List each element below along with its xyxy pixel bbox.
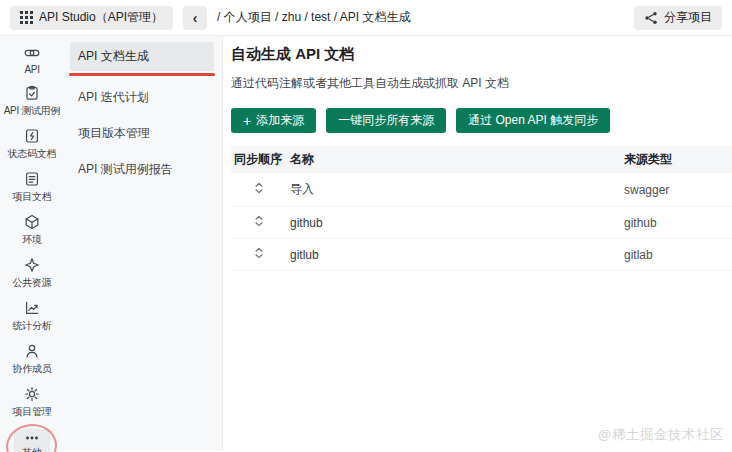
status-doc-icon	[24, 128, 40, 144]
plus-icon: +	[243, 114, 251, 128]
watermark: @稀土掘金技术社区	[598, 426, 724, 444]
sidebar-item-project-doc[interactable]: 项目文档	[1, 171, 63, 204]
sidebar-item-label: API	[24, 64, 39, 75]
sidebar-item-members[interactable]: 协作成员	[1, 343, 63, 376]
test-case-icon	[24, 85, 40, 101]
table-row: 导入 swagger	[231, 173, 732, 207]
members-icon	[24, 343, 40, 359]
source-name: github	[286, 207, 620, 239]
open-api-trigger-sync-button[interactable]: 通过 Open API 触发同步	[456, 108, 610, 133]
column-header-source-type: 来源类型	[620, 146, 732, 173]
table-row: github github	[231, 207, 732, 239]
sidebar-item-environment[interactable]: 环境	[1, 214, 63, 247]
sidebar-item-status-code-doc[interactable]: 状态码文档	[1, 128, 63, 161]
ellipsis-icon	[24, 433, 40, 443]
table-row: gitlub gitlab	[231, 239, 732, 271]
primary-sidebar: API API 测试用例 状态码文档	[0, 36, 64, 451]
sort-handle-icon[interactable]	[254, 247, 264, 259]
sidebar-item-project-management[interactable]: 项目管理	[1, 386, 63, 419]
source-type: github	[620, 207, 732, 239]
red-underline-annotation	[69, 73, 215, 76]
sidebar-item-label: 环境	[22, 233, 41, 247]
sidebar-item-statistics[interactable]: 统计分析	[1, 300, 63, 333]
sidebar-item-label: 统计分析	[13, 319, 52, 333]
share-label: 分享项目	[664, 9, 712, 26]
app-launcher-label: API Studio（API管理）	[39, 9, 163, 26]
sidebar-item-label: 公共资源	[13, 276, 52, 290]
source-type: gitlab	[620, 239, 732, 271]
secondary-sidebar: API 文档生成 API 迭代计划 项目版本管理 API 测试用例报告	[64, 36, 223, 451]
back-button[interactable]: ‹	[183, 6, 207, 30]
layout: API API 测试用例 状态码文档	[0, 36, 732, 451]
share-project-button[interactable]: 分享项目	[634, 6, 722, 30]
column-header-sync-order: 同步顺序	[231, 146, 286, 173]
source-name: gitlub	[286, 239, 620, 271]
grid-icon	[20, 11, 33, 24]
add-source-button[interactable]: + 添加来源	[231, 108, 316, 133]
sidebar-item-label: 项目管理	[13, 405, 52, 419]
table-header-row: 同步顺序 名称 来源类型	[231, 146, 732, 173]
sidebar-item-label: 状态码文档	[8, 147, 57, 161]
menu-item-api-iteration-plan[interactable]: API 迭代计划	[70, 83, 214, 112]
sidebar-item-label: 项目文档	[13, 190, 52, 204]
menu-item-api-doc-generation[interactable]: API 文档生成	[70, 42, 214, 71]
sidebar-item-api[interactable]: API	[1, 45, 63, 75]
app-launcher-button[interactable]: API Studio（API管理）	[10, 6, 173, 30]
breadcrumb[interactable]: / 个人项目 / zhu / test / API 文档生成	[217, 9, 410, 26]
sort-handle-icon[interactable]	[254, 182, 264, 194]
chevron-left-icon: ‹	[193, 10, 198, 26]
source-type: swagger	[620, 173, 732, 207]
menu-item-api-test-case-report[interactable]: API 测试用例报告	[70, 155, 214, 184]
source-name: 导入	[286, 173, 620, 207]
sidebar-item-label: 其他	[22, 446, 41, 452]
share-icon	[644, 11, 658, 25]
statistics-icon	[24, 300, 40, 316]
column-header-name: 名称	[286, 146, 620, 173]
project-doc-icon	[24, 171, 40, 187]
link-icon	[24, 45, 40, 61]
sidebar-item-api-test-case[interactable]: API 测试用例	[1, 85, 63, 118]
menu-item-project-version-management[interactable]: 项目版本管理	[70, 119, 214, 148]
sidebar-item-label: API 测试用例	[4, 104, 61, 118]
sync-all-sources-button[interactable]: 一键同步所有来源	[326, 108, 446, 133]
public-resource-icon	[24, 257, 40, 273]
page-description: 通过代码注解或者其他工具自动生成或抓取 API 文档	[231, 75, 732, 92]
sort-handle-icon[interactable]	[254, 215, 264, 227]
gear-icon	[24, 386, 40, 402]
environment-icon	[24, 214, 40, 230]
page-title: 自动生成 API 文档	[231, 45, 732, 64]
main-content: 自动生成 API 文档 通过代码注解或者其他工具自动生成或抓取 API 文档 +…	[223, 36, 732, 451]
toolbar: + 添加来源 一键同步所有来源 通过 Open API 触发同步	[231, 108, 732, 133]
sidebar-item-public-resources[interactable]: 公共资源	[1, 257, 63, 290]
sidebar-item-label: 协作成员	[13, 362, 52, 376]
sidebar-item-others[interactable]: 其他	[14, 429, 49, 452]
top-header: API Studio（API管理） ‹ / 个人项目 / zhu / test …	[0, 0, 732, 36]
sources-table: 同步顺序 名称 来源类型 导入 swagger	[231, 146, 732, 271]
add-source-label: 添加来源	[256, 112, 304, 129]
